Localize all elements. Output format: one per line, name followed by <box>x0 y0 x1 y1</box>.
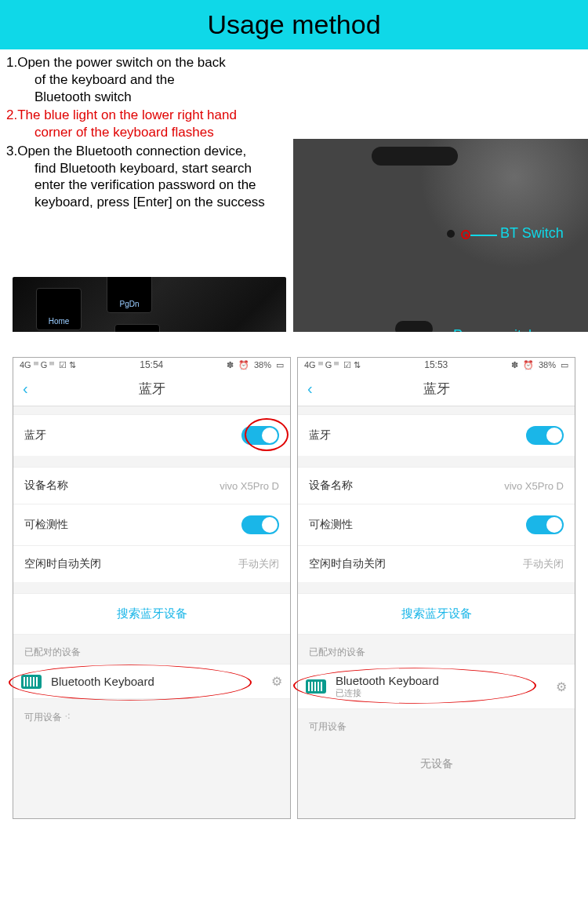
power-slider <box>395 321 433 332</box>
auto-off-label: 空闲时自动关闭 <box>309 557 386 571</box>
bt-annot-label: BT Switch <box>500 225 564 242</box>
paired-device-name: Bluetooth Keyboard <box>336 674 546 687</box>
device-name-label: 设备名称 <box>24 479 68 493</box>
signal-icons: 4G ᴵᴵᴵ G ᴵᴵᴵ <box>20 360 54 370</box>
phone-left: 4G ᴵᴵᴵ G ᴵᴵᴵ ☑ ⇅ 15:54 ✽ ⏰ 38% ▭ ‹ 蓝牙 蓝牙… <box>13 357 291 819</box>
power-annot-label: Power switch <box>453 327 536 332</box>
battery-icon: ▭ <box>561 360 568 370</box>
search-devices-label: 搜索蓝牙设备 <box>401 606 472 620</box>
device-name-value: vivo X5Pro D <box>504 480 564 492</box>
top-section: 1.Open the power switch on the back of t… <box>0 49 588 332</box>
step-1-cont1: of the keyboard and the <box>6 71 292 89</box>
row-device-name[interactable]: 设备名称 vivo X5Pro D <box>13 467 290 504</box>
available-label-text: 可用设备 <box>24 712 62 723</box>
detectable-toggle[interactable] <box>526 515 564 534</box>
step-2-lead: 2.The blue light on the lower right hand <box>6 107 237 122</box>
back-button[interactable]: ‹ <box>307 380 313 398</box>
key-caps: CAPS <box>114 324 160 332</box>
row-device-name[interactable]: 设备名称 vivo X5Pro D <box>298 467 575 504</box>
status-icons: ☑ ⇅ <box>343 360 361 370</box>
detectable-label: 可检测性 <box>309 518 353 532</box>
step-3-cont2: enter the verification password on the <box>6 177 292 194</box>
key-pgdn: PgDn <box>107 277 152 313</box>
header-title: Usage method <box>207 9 380 39</box>
step-1: 1.Open the power switch on the back of t… <box>6 54 292 105</box>
paired-device-row[interactable]: Bluetooth Keyboard 已连接 ⚙ <box>298 664 575 709</box>
status-time: 15:53 <box>424 359 448 370</box>
status-icons: ☑ ⇅ <box>59 360 76 370</box>
nav-bar: ‹ 蓝牙 <box>13 372 290 406</box>
keyboard-front-photo: IE Alt Home PgDn CAPS <box>13 277 286 332</box>
no-device-text: 无设备 <box>298 738 575 818</box>
battery-icon: ▭ <box>276 360 284 370</box>
phones-container: 4G ᴵᴵᴵ G ᴵᴵᴵ ☑ ⇅ 15:54 ✽ ⏰ 38% ▭ ‹ 蓝牙 蓝牙… <box>0 332 588 832</box>
paired-section-label: 已配对的设备 <box>13 635 290 664</box>
step-3-cont1: find Bluetooth keyboard, start search <box>6 160 292 177</box>
search-devices-button[interactable]: 搜索蓝牙设备 <box>298 593 575 635</box>
keyboard-icon <box>21 675 42 689</box>
paired-device-name: Bluetooth Keyboard <box>51 675 262 688</box>
bt-switch-hole <box>447 230 455 238</box>
keyboard-back-photo: BT Switch Power switch <box>293 139 588 332</box>
available-section-label: 可用设备 <box>298 709 575 738</box>
row-bluetooth: 蓝牙 <box>13 414 290 456</box>
phone-right: 4G ᴵᴵᴵ G ᴵᴵᴵ ☑ ⇅ 15:53 ✽ ⏰ 38% ▭ ‹ 蓝牙 蓝牙… <box>297 357 575 819</box>
row-detectable: 可检测性 <box>13 504 290 545</box>
header-band: Usage method <box>0 0 588 49</box>
auto-off-value: 手动关闭 <box>523 557 564 571</box>
row-detectable: 可检测性 <box>298 504 575 545</box>
paired-device-status: 已连接 <box>336 687 546 699</box>
paired-device-row[interactable]: Bluetooth Keyboard ⚙ <box>13 664 290 699</box>
highlight-circle-toggle <box>245 418 289 451</box>
step-3-lead: 3.Open the Bluetooth connection device, <box>6 144 246 158</box>
alarm-icon: ⏰ <box>238 360 249 370</box>
bt-annot-marker <box>461 230 470 239</box>
step-1-cont2: Bluetooth switch <box>6 89 292 106</box>
status-time: 15:54 <box>140 359 163 370</box>
detectable-toggle[interactable] <box>241 515 279 534</box>
nav-bar: ‹ 蓝牙 <box>298 372 575 406</box>
back-button[interactable]: ‹ <box>23 380 28 398</box>
available-section-label: 可用设备 ⁖ <box>13 699 290 729</box>
back-slot <box>372 147 458 166</box>
row-bluetooth-label: 蓝牙 <box>309 428 331 442</box>
row-auto-off[interactable]: 空闲时自动关闭 手动关闭 <box>298 545 575 582</box>
bluetooth-toggle[interactable] <box>526 426 564 445</box>
step-3: 3.Open the Bluetooth connection device, … <box>6 143 292 211</box>
search-devices-button[interactable]: 搜索蓝牙设备 <box>13 593 290 635</box>
step-2: 2.The blue light on the lower right hand… <box>6 107 292 141</box>
step-2-cont1: corner of the keyboard flashes <box>6 124 292 141</box>
gear-icon[interactable]: ⚙ <box>271 674 282 689</box>
nav-title: 蓝牙 <box>139 380 165 398</box>
device-name-value: vivo X5Pro D <box>220 480 279 492</box>
battery-pct: 38% <box>254 360 271 370</box>
bt-annot-line <box>470 235 497 236</box>
status-bar: 4G ᴵᴵᴵ G ᴵᴵᴵ ☑ ⇅ 15:53 ✽ ⏰ 38% ▭ <box>298 358 575 372</box>
row-bluetooth: 蓝牙 <box>298 414 575 456</box>
step-1-lead: 1.Open the power switch on the back <box>6 55 226 70</box>
auto-off-value: 手动关闭 <box>238 557 279 571</box>
step-3-cont3: keyboard, press [Enter] on the success <box>6 194 292 211</box>
spacer <box>13 729 290 799</box>
search-devices-label: 搜索蓝牙设备 <box>117 606 187 620</box>
spinner-icon: ⁖ <box>64 710 71 723</box>
row-bluetooth-label: 蓝牙 <box>24 428 46 442</box>
bt-icon: ✽ <box>511 360 518 370</box>
device-name-label: 设备名称 <box>309 479 353 493</box>
status-bar: 4G ᴵᴵᴵ G ᴵᴵᴵ ☑ ⇅ 15:54 ✽ ⏰ 38% ▭ <box>13 358 290 372</box>
nav-title: 蓝牙 <box>423 380 450 398</box>
gear-icon[interactable]: ⚙ <box>556 679 567 694</box>
signal-icons: 4G ᴵᴵᴵ G ᴵᴵᴵ <box>304 360 339 370</box>
row-auto-off[interactable]: 空闲时自动关闭 手动关闭 <box>13 545 290 582</box>
detectable-label: 可检测性 <box>24 518 68 532</box>
keyboard-icon <box>306 679 326 694</box>
alarm-icon: ⏰ <box>523 360 534 370</box>
battery-pct: 38% <box>539 360 556 370</box>
bt-icon: ✽ <box>227 360 234 370</box>
auto-off-label: 空闲时自动关闭 <box>24 557 101 571</box>
paired-section-label: 已配对的设备 <box>298 635 575 664</box>
key-home: Home <box>36 288 82 330</box>
instructions: 1.Open the power switch on the back of t… <box>6 54 292 213</box>
